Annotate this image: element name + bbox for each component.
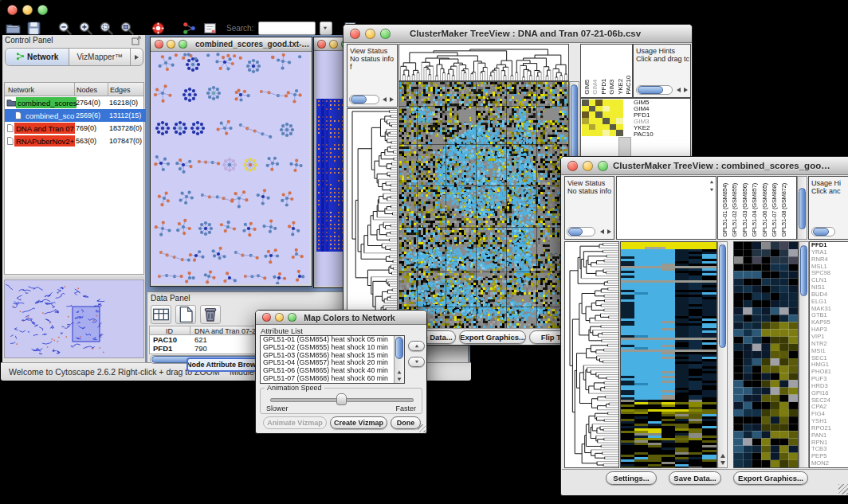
zoom-cell[interactable] [603,106,610,112]
zoom-cell[interactable] [589,111,596,118]
zoom-cell[interactable] [589,124,596,131]
zoom-cell[interactable] [595,100,603,106]
scroll-right-icon[interactable] [390,97,394,102]
export-graphics-button[interactable]: Export Graphics... [459,330,526,344]
tv1-status-hscrollbar[interactable] [349,95,379,104]
treeview2-title-bar[interactable]: ClusterMaker TreeView : combined_scores_… [561,157,848,175]
overview-canvas[interactable] [6,281,143,357]
tv1-hints-hscrollbar[interactable] [636,85,673,95]
zoom-heatmap[interactable] [582,100,623,136]
column-label[interactable]: YKE2 [617,79,624,95]
hscroll-thumb[interactable] [813,228,829,236]
table-grid-icon[interactable] [151,305,171,324]
hscroll-thumb[interactable] [638,86,663,94]
zoom-cell[interactable] [616,106,623,112]
column-label[interactable]: GIM4 [591,80,599,95]
zoom-cell[interactable] [603,118,610,124]
attribute-list-vscrollbar[interactable] [394,336,404,383]
row-dendrogram[interactable] [565,242,618,467]
scroll-down-icon[interactable] [710,189,713,192]
zoom-cell[interactable] [589,106,596,112]
column-label[interactable]: PFD1 [600,79,607,95]
done-button[interactable]: Done [391,416,421,429]
zoom-cell[interactable] [610,118,617,124]
close-button[interactable] [350,29,360,39]
zoom-cell[interactable] [582,100,589,106]
col-header-network[interactable]: Network [8,86,34,94]
undock-icon[interactable] [131,35,142,46]
minimize-button[interactable] [329,40,338,49]
tab-network[interactable]: Network [6,49,69,65]
scroll-left-icon[interactable] [383,97,387,102]
zoom-button[interactable] [288,313,296,322]
zoom-cell[interactable] [603,100,610,106]
minimize-button[interactable] [583,161,593,171]
trash-icon[interactable] [200,305,221,324]
scroll-up-icon[interactable] [710,181,713,184]
zoom-cell[interactable] [582,111,589,118]
minimize-button[interactable] [365,29,375,39]
zoom-cell[interactable] [603,130,610,136]
network-canvas[interactable] [151,52,309,284]
column-label[interactable]: GPL51-03 (GSM856) [741,183,748,236]
heatmap[interactable] [621,242,716,467]
column-label[interactable]: GPL51-06 (GSM865) [761,183,768,236]
scroll-down-icon[interactable] [720,461,725,465]
tv2-hints-hscrollbar[interactable] [811,227,835,236]
tv2-labels-vscrollbar[interactable] [797,176,807,240]
zoom-cell[interactable] [589,118,596,124]
table-row[interactable]: combined_sco2569(6)13112(15) [5,109,147,122]
tab-overflow-button[interactable] [130,49,143,65]
export-graphics-button[interactable]: Export Graphics... [733,471,808,485]
zoom-button[interactable] [598,161,608,171]
heatmap[interactable] [399,82,568,328]
close-button[interactable] [317,40,326,49]
scroll-right-icon[interactable] [607,229,611,234]
zoom-cell[interactable] [595,111,603,118]
minimize-button[interactable] [22,5,33,15]
close-button[interactable] [155,40,163,49]
tv2-heatmap-vscrollbar[interactable] [717,241,728,468]
table-row[interactable]: RNAPuberNov2+563(0)107847(0) [5,135,147,147]
new-document-icon[interactable] [175,305,196,324]
zoom-cell[interactable] [616,100,623,106]
zoom-cell[interactable] [595,118,603,124]
close-button[interactable] [567,161,578,171]
zoom-cell[interactable] [610,100,617,106]
zoom-cell[interactable] [616,118,623,124]
zoom-heatmap[interactable] [734,242,798,467]
column-label[interactable]: PAC10 [625,76,632,95]
table-row[interactable]: DNA and Tran 07769(0)183728(0) [5,122,147,135]
treeview1-title-bar[interactable]: ClusterMaker TreeView : DNA and Tran 07-… [344,25,692,43]
data-col-id[interactable]: ID [166,327,173,335]
search-input[interactable] [258,21,316,35]
zoom-cell[interactable] [582,124,589,131]
row-label[interactable]: PAC10 [634,131,689,138]
gene-label[interactable]: MON2 [810,460,848,467]
animate-vizmap-button[interactable]: Animate Vizmap [263,416,327,429]
zoom-cell[interactable] [610,106,617,112]
tab-vizmapper[interactable]: VizMapper™ [69,49,130,65]
minimize-button[interactable] [275,313,284,322]
scroll-up-icon[interactable] [397,371,401,374]
splitter-handle[interactable] [4,275,144,279]
zoom-button[interactable] [380,29,391,39]
column-label[interactable]: GPL51-07 (GSM868) [771,183,778,236]
move-down-button[interactable] [408,357,425,367]
move-up-button[interactable] [408,341,425,351]
column-label[interactable]: GPL51-01 (GSM854) [721,183,728,236]
zoom-cell[interactable] [616,124,623,131]
zoom-cell[interactable] [582,130,589,136]
scroll-right-icon[interactable] [684,88,688,92]
tv2-zoom-vscrollbar[interactable] [799,241,809,468]
zoom-cell[interactable] [610,124,617,131]
vscroll-thumb[interactable] [799,188,806,229]
zoom-cell[interactable] [589,100,596,106]
column-label[interactable]: GPL51-04 (GSM857) [751,183,758,236]
zoom-cell[interactable] [616,111,623,118]
slider-thumb[interactable] [336,393,347,405]
scroll-down-icon[interactable] [397,378,401,381]
zoom-cell[interactable] [616,130,623,136]
column-label[interactable]: GPL51-02 (GSM855) [731,183,738,236]
search-dropdown-button[interactable] [320,21,332,35]
